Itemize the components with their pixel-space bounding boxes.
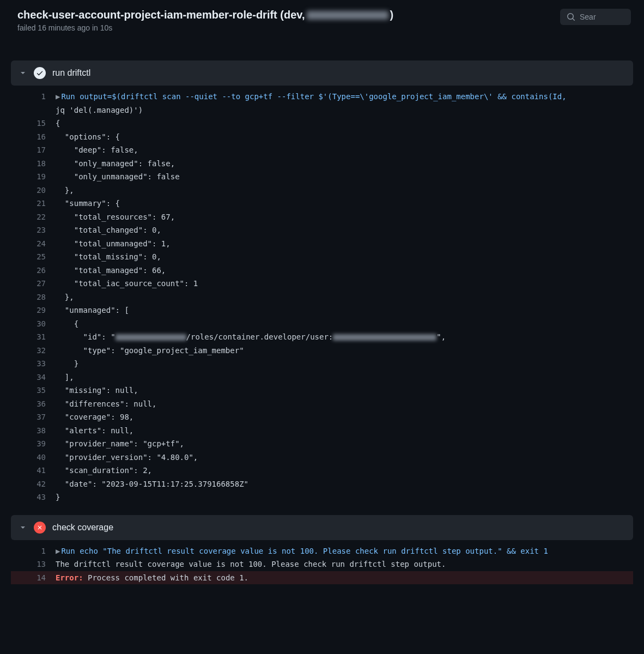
line-number: 35 xyxy=(11,384,56,397)
redacted-text xyxy=(307,11,388,20)
line-text: "date": "2023-09-15T11:17:25.379166858Z" xyxy=(56,477,633,491)
log-line: 19 "only_unmanaged": false xyxy=(11,170,633,184)
disclosure-triangle-icon[interactable]: ▶ xyxy=(56,92,60,101)
log-line: 35 "missing": null, xyxy=(11,384,633,397)
disclosure-triangle-icon[interactable]: ▶ xyxy=(56,547,60,555)
x-circle-icon xyxy=(34,522,46,534)
search-icon xyxy=(567,13,575,21)
log-line: 43} xyxy=(11,491,633,504)
line-text: }, xyxy=(56,184,633,197)
line-number: 39 xyxy=(11,437,56,451)
line-text: "total_missing": 0, xyxy=(56,250,633,264)
line-number: 33 xyxy=(11,357,56,371)
line-text: "only_managed": false, xyxy=(56,157,633,171)
log-line: 17 "deep": false, xyxy=(11,143,633,157)
log-line: 32 "type": "google_project_iam_member" xyxy=(11,344,633,358)
search-input[interactable]: Sear xyxy=(560,9,631,25)
check-circle-icon xyxy=(34,67,46,79)
line-text: } xyxy=(56,357,633,371)
line-number: 18 xyxy=(11,157,56,171)
line-number: 31 xyxy=(11,330,56,344)
line-text: Error: Process completed with exit code … xyxy=(56,571,633,585)
line-number: 15 xyxy=(11,117,56,130)
log-line: 29 "unmanaged": [ xyxy=(11,304,633,317)
redacted-text xyxy=(116,334,186,341)
search-placeholder: Sear xyxy=(580,13,596,21)
line-text: ▶Run output=$(driftctl scan --quiet --to… xyxy=(56,90,633,104)
line-text: "coverage": 98, xyxy=(56,410,633,424)
log-line: 42 "date": "2023-09-15T11:17:25.37916685… xyxy=(11,477,633,491)
log-line: 24 "total_unmanaged": 1, xyxy=(11,237,633,251)
line-text: "unmanaged": [ xyxy=(56,304,633,317)
line-text: "options": { xyxy=(56,130,633,144)
log-line: 27 "total_iac_source_count": 1 xyxy=(11,277,633,290)
line-number: 16 xyxy=(11,130,56,144)
log-line: 23 "total_changed": 0, xyxy=(11,223,633,237)
line-number: 37 xyxy=(11,410,56,424)
line-number: 20 xyxy=(11,184,56,197)
line-text: "scan_duration": 2, xyxy=(56,464,633,477)
log-line: 16 "options": { xyxy=(11,130,633,144)
line-text: "alerts": null, xyxy=(56,424,633,438)
step-header-run-driftctl[interactable]: run driftctl xyxy=(11,60,633,86)
line-number: 1 xyxy=(11,544,56,558)
line-number: 41 xyxy=(11,464,56,477)
log-line: 33 } xyxy=(11,357,633,371)
line-text: "total_iac_source_count": 1 xyxy=(56,277,633,290)
log-line: 31 "id": "/roles/container.developer/use… xyxy=(11,330,633,344)
line-text: "total_resources": 67, xyxy=(56,210,633,224)
line-text: The driftctl result coverage value is no… xyxy=(56,558,633,571)
line-number: 34 xyxy=(11,371,56,384)
log-line: 21 "summary": { xyxy=(11,197,633,210)
previous-step-partial xyxy=(11,45,633,56)
line-text: "id": "/roles/container.developer/user:"… xyxy=(56,330,633,344)
log-line: 14Error: Process completed with exit cod… xyxy=(11,571,633,585)
line-number: 42 xyxy=(11,477,56,491)
line-number: 25 xyxy=(11,250,56,264)
log-line: 30 { xyxy=(11,317,633,331)
log-line: 28 }, xyxy=(11,290,633,304)
line-number: 23 xyxy=(11,223,56,237)
line-number: 26 xyxy=(11,264,56,277)
log-block-check-coverage: 1▶Run echo "The driftctl result coverage… xyxy=(11,540,633,591)
chevron-down-icon xyxy=(19,69,27,77)
log-line: 1▶Run output=$(driftctl scan --quiet --t… xyxy=(11,90,633,104)
line-text: "missing": null, xyxy=(56,384,633,397)
line-number: 43 xyxy=(11,491,56,504)
line-number: 29 xyxy=(11,304,56,317)
line-text: "total_unmanaged": 1, xyxy=(56,237,633,251)
log-line: 22 "total_resources": 67, xyxy=(11,210,633,224)
line-text: } xyxy=(56,491,633,504)
line-number: 30 xyxy=(11,317,56,331)
line-number: 1 xyxy=(11,90,56,104)
chevron-down-icon xyxy=(19,523,27,532)
line-number: 24 xyxy=(11,237,56,251)
step-header-check-coverage[interactable]: check coverage xyxy=(11,515,633,540)
log-block-run-driftctl: 1▶Run output=$(driftctl scan --quiet --t… xyxy=(11,86,633,511)
log-line: 40 "provider_version": "4.80.0", xyxy=(11,451,633,464)
log-line: 36 "differences": null, xyxy=(11,397,633,411)
line-text: { xyxy=(56,317,633,331)
redacted-text xyxy=(333,334,436,341)
log-line: 15{ xyxy=(11,117,633,130)
line-number: 21 xyxy=(11,197,56,210)
line-text: "only_unmanaged": false xyxy=(56,170,633,184)
step-title: run driftctl xyxy=(52,68,90,78)
line-number: 40 xyxy=(11,451,56,464)
log-line: 39 "provider_name": "gcp+tf", xyxy=(11,437,633,451)
line-text: "total_managed": 66, xyxy=(56,264,633,277)
log-line: 13The driftctl result coverage value is … xyxy=(11,558,633,571)
line-text: "provider_name": "gcp+tf", xyxy=(56,437,633,451)
line-number: 32 xyxy=(11,344,56,358)
page-title: check-user-account-project-iam-member-ro… xyxy=(17,9,551,21)
line-number: 14 xyxy=(11,571,56,585)
line-number: 28 xyxy=(11,290,56,304)
line-text: "total_changed": 0, xyxy=(56,223,633,237)
line-number: 17 xyxy=(11,143,56,157)
log-line: 37 "coverage": 98, xyxy=(11,410,633,424)
line-text: "type": "google_project_iam_member" xyxy=(56,344,633,358)
log-line: 18 "only_managed": false, xyxy=(11,157,633,171)
log-line: jq 'del(.managed)') xyxy=(11,104,633,117)
line-number: 36 xyxy=(11,397,56,411)
line-text: }, xyxy=(56,290,633,304)
